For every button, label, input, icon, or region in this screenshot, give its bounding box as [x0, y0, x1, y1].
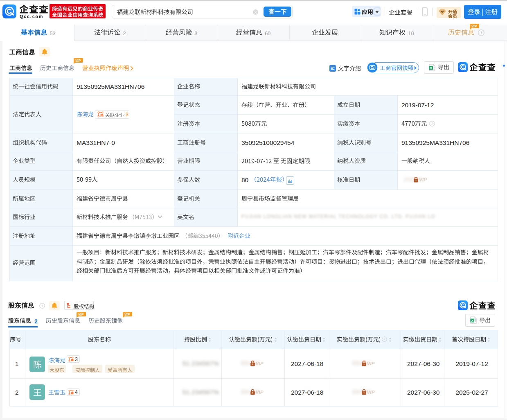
svg-text:企: 企 [101, 114, 103, 117]
svg-text:i: i [42, 304, 43, 308]
svg-text:i: i [432, 122, 433, 126]
svg-text:i: i [481, 31, 482, 35]
svg-text:X: X [430, 66, 432, 70]
svg-text:VIP: VIP [471, 25, 477, 28]
svg-text:i: i [384, 337, 385, 341]
svg-text:X: X [471, 319, 473, 323]
svg-text:VIP: VIP [75, 59, 81, 63]
svg-text:VIP: VIP [124, 313, 130, 316]
svg-text:VIP: VIP [78, 313, 84, 316]
